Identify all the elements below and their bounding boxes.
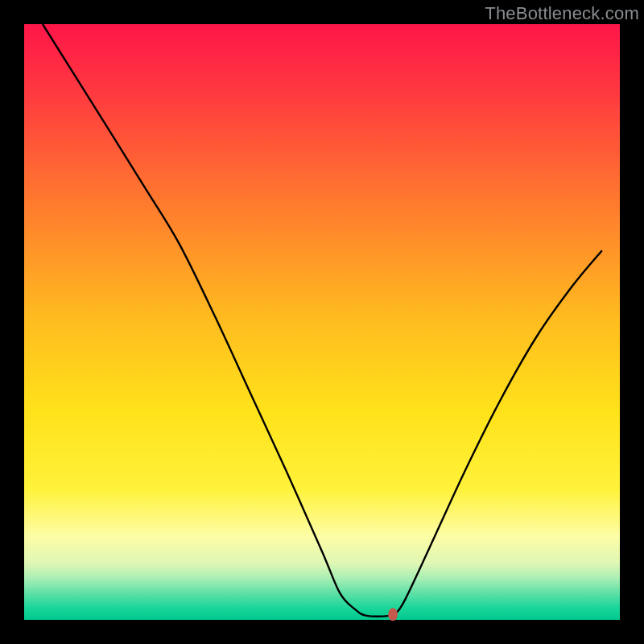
plot-background (24, 24, 620, 620)
attribution-text: TheBottleneck.com (485, 3, 639, 24)
bottleneck-chart (0, 0, 644, 644)
current-config-marker (388, 608, 398, 621)
